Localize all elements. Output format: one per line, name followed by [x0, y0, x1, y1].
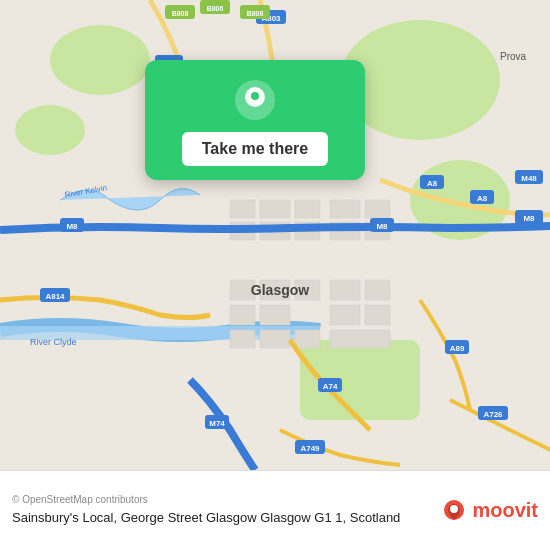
svg-rect-21	[330, 330, 390, 348]
svg-text:A8: A8	[477, 194, 488, 203]
svg-text:B808: B808	[247, 10, 264, 17]
moovit-logo: moovit	[440, 497, 538, 525]
svg-rect-13	[260, 305, 290, 325]
svg-text:River Clyde: River Clyde	[30, 337, 77, 347]
svg-rect-18	[230, 330, 255, 348]
location-name: Sainsbury's Local, George Street Glasgow…	[12, 509, 440, 527]
svg-rect-26	[365, 200, 390, 218]
svg-text:Glasgow: Glasgow	[251, 282, 309, 298]
svg-rect-14	[330, 280, 360, 300]
svg-rect-25	[330, 200, 360, 218]
svg-text:M48: M48	[521, 174, 537, 183]
svg-rect-24	[295, 200, 320, 218]
bottom-bar: © OpenStreetMap contributors Sainsbury's…	[0, 470, 550, 550]
svg-rect-16	[330, 305, 360, 325]
location-pin-icon	[233, 78, 277, 122]
svg-text:A8: A8	[427, 179, 438, 188]
svg-text:M8: M8	[376, 222, 388, 231]
svg-text:Prova: Prova	[500, 51, 527, 62]
svg-text:A814: A814	[45, 292, 65, 301]
svg-text:M74: M74	[209, 419, 225, 428]
svg-text:A89: A89	[450, 344, 465, 353]
svg-rect-17	[365, 305, 390, 325]
take-me-there-button[interactable]: Take me there	[182, 132, 328, 166]
osm-credit: © OpenStreetMap contributors	[12, 494, 440, 505]
svg-point-5	[15, 105, 85, 155]
svg-rect-19	[260, 330, 290, 348]
svg-text:M8: M8	[66, 222, 78, 231]
svg-point-70	[251, 92, 259, 100]
svg-text:A749: A749	[300, 444, 320, 453]
svg-rect-12	[230, 305, 255, 325]
svg-text:M8: M8	[523, 214, 535, 223]
svg-text:B806: B806	[207, 5, 224, 12]
svg-text:B808: B808	[172, 10, 189, 17]
svg-text:A74: A74	[323, 382, 338, 391]
svg-text:A726: A726	[483, 410, 503, 419]
svg-rect-15	[365, 280, 390, 300]
map-container: River Kelvin River Clyde A81	[0, 0, 550, 470]
location-card: Take me there	[145, 60, 365, 180]
svg-rect-22	[230, 200, 255, 218]
svg-point-4	[50, 25, 150, 95]
moovit-label: moovit	[472, 499, 538, 522]
bottom-left: © OpenStreetMap contributors Sainsbury's…	[12, 494, 440, 527]
moovit-pin-icon	[440, 497, 468, 525]
svg-point-72	[450, 505, 458, 513]
svg-rect-20	[295, 330, 320, 348]
svg-rect-23	[260, 200, 290, 218]
